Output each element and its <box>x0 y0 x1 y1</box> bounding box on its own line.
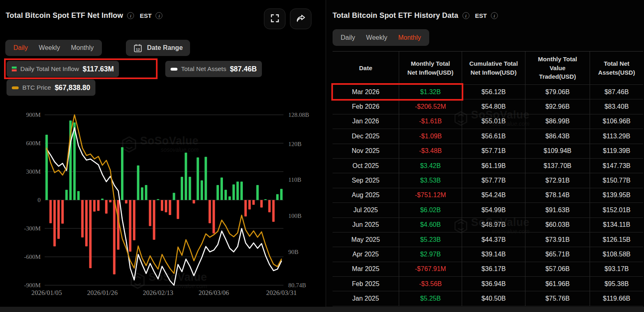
left-panel-header: Total Bitcoin Spot ETF Net Inflow i EST … <box>6 11 162 20</box>
cumulative-inflow-cell: $56.12B <box>462 85 525 99</box>
svg-text:80.74B: 80.74B <box>288 282 306 288</box>
fullscreen-button[interactable] <box>264 9 285 29</box>
legend-value: $87.46B <box>230 65 257 73</box>
tab-daily[interactable]: Daily <box>341 34 355 41</box>
table-row: Sep 2025$3.53B$57.77B$72.91B$150.77B <box>333 173 643 187</box>
info-icon[interactable]: i <box>462 12 469 19</box>
gold-dash-icon <box>12 86 19 89</box>
svg-text:2026/01/05: 2026/01/05 <box>31 289 62 297</box>
tab-monthly[interactable]: Monthly <box>71 44 94 52</box>
value-traded-cell: $91.63B <box>525 203 590 217</box>
monthly-inflow-cell: $3.42B <box>399 159 462 173</box>
table-header-row: DateMonthly TotalNet Inflow(USD)Cumulati… <box>333 52 643 84</box>
svg-text:-600M: -600M <box>24 254 41 260</box>
net-assets-cell: $93.17B <box>590 262 643 276</box>
date-range-button[interactable]: 12 Date Range <box>126 40 190 56</box>
date-cell: Mar 2026 <box>333 85 399 99</box>
cumulative-inflow-cell: $57.77B <box>462 173 525 187</box>
page-title: Total Bitcoin Spot ETF Net Inflow <box>6 11 123 20</box>
svg-text:900M: 900M <box>26 112 41 118</box>
svg-text:128.08B: 128.08B <box>288 112 309 118</box>
svg-text:2026/03/31: 2026/03/31 <box>266 289 297 297</box>
horizontal-scrollbar-track[interactable] <box>0 307 644 312</box>
table-row: Jan 2025$5.25B$40.50B$75.76B$119.66B <box>333 291 643 306</box>
info-icon[interactable]: i <box>156 12 162 19</box>
net-inflow-chart[interactable]: SoSoValuesosovalue.com SoSoValuesosovalu… <box>4 106 321 300</box>
legend-value: $67,838.80 <box>55 84 91 92</box>
date-cell: Oct 2025 <box>333 159 399 173</box>
monthly-inflow-cell: -$751.12M <box>399 188 462 202</box>
date-cell: Aug 2025 <box>333 188 399 202</box>
tab-monthly[interactable]: Monthly <box>398 34 421 41</box>
legend-daily-net-inflow[interactable]: Daily Total Net Inflow $117.63M <box>6 61 119 77</box>
value-traded-cell: $137.70B <box>525 159 590 173</box>
net-assets-cell: $108.58B <box>590 247 643 261</box>
monthly-inflow-cell: -$3.48B <box>399 144 462 158</box>
cumulative-inflow-cell: $39.14B <box>462 247 525 261</box>
net-assets-cell: $152.01B <box>590 203 643 217</box>
legend-btc-price[interactable]: BTC Price $67,838.80 <box>6 80 95 96</box>
svg-text:-300M: -300M <box>24 225 41 232</box>
monthly-inflow-cell: $1.32B <box>399 85 462 99</box>
tab-weekly[interactable]: Weekly <box>39 44 60 52</box>
chart-canvas: 900M600M300M0-300M-600M-900M128.08B120B1… <box>4 106 321 300</box>
net-assets-cell: $139.95B <box>590 188 643 202</box>
date-cell: Jul 2025 <box>333 203 399 217</box>
chart-period-tabs: Daily Weekly Monthly <box>5 40 102 56</box>
column-header: Monthly TotalValueTraded(USD) <box>525 52 590 84</box>
date-cell: Jun 2025 <box>333 218 399 232</box>
cumulative-inflow-cell: $48.97B <box>462 218 525 232</box>
date-cell: Mar 2025 <box>333 262 399 276</box>
table-row: Mar 2025-$767.91M$36.17B$57.06B$93.17B <box>333 262 643 276</box>
legend-value: $117.63M <box>82 65 114 73</box>
value-traded-cell: $86.99B <box>525 114 590 129</box>
net-assets-cell: $87.46B <box>590 85 643 99</box>
monthly-inflow-cell: $4.60B <box>399 218 462 232</box>
history-data-panel: Total Bitcoin Spot ETF History Data i ES… <box>326 0 644 307</box>
svg-text:120B: 120B <box>288 141 302 147</box>
info-icon[interactable]: i <box>127 12 134 19</box>
svg-text:-900M: -900M <box>24 282 41 288</box>
app-root: Total Bitcoin Spot ETF Net Inflow i EST … <box>0 0 644 312</box>
value-traded-cell: $73.91B <box>525 232 590 247</box>
monthly-inflow-cell: -$767.91M <box>399 262 462 276</box>
tab-daily[interactable]: Daily <box>13 44 28 52</box>
table-row: Dec 2025-$1.09B$56.61B$86.43B$113.29B <box>333 129 643 143</box>
share-button[interactable] <box>290 9 311 29</box>
net-assets-cell: $134.11B <box>590 218 643 232</box>
info-icon[interactable]: i <box>491 12 498 19</box>
cumulative-inflow-cell: $36.17B <box>462 262 525 276</box>
date-cell: Jan 2026 <box>333 114 399 129</box>
legend-total-net-assets[interactable]: Total Net Assets $87.46B <box>165 61 262 77</box>
svg-text:300M: 300M <box>26 168 41 175</box>
value-traded-cell: $109.94B <box>525 144 590 158</box>
table-row: Jul 2025$6.02B$54.99B$91.63B$152.01B <box>333 202 643 217</box>
table-row: Apr 2025$2.97B$39.14B$65.71B$108.58B <box>333 247 643 261</box>
net-assets-cell: $95.38B <box>590 277 643 291</box>
monthly-inflow-cell: -$206.52M <box>399 99 462 114</box>
value-traded-cell: $60.03B <box>525 218 590 232</box>
svg-text:2026/03/06: 2026/03/06 <box>199 289 229 297</box>
table-row: Nov 2025-$3.48B$57.71B$109.94B$119.39B <box>333 144 643 158</box>
net-assets-cell: $119.66B <box>590 291 643 306</box>
tab-weekly[interactable]: Weekly <box>366 34 387 41</box>
history-table: DateMonthly TotalNet Inflow(USD)Cumulati… <box>333 51 643 306</box>
svg-text:12: 12 <box>136 47 140 51</box>
value-traded-cell: $61.96B <box>525 277 590 291</box>
net-assets-cell: $150.77B <box>590 173 643 187</box>
cumulative-inflow-cell: $54.80B <box>462 99 525 114</box>
date-cell: May 2025 <box>333 232 399 247</box>
column-header: Monthly TotalNet Inflow(USD) <box>399 52 462 84</box>
table-row: Mar 2026$1.32B$56.12B$79.06B$87.46B <box>333 84 643 99</box>
cumulative-inflow-cell: $40.50B <box>462 291 525 306</box>
date-cell: Nov 2025 <box>333 144 399 158</box>
cumulative-inflow-cell: $36.94B <box>462 277 525 291</box>
table-row: Feb 2025-$3.56B$36.94B$61.96B$95.38B <box>333 276 643 291</box>
cumulative-inflow-cell: $61.19B <box>462 159 525 173</box>
date-range-label: Date Range <box>147 44 183 52</box>
value-traded-cell: $57.06B <box>525 262 590 276</box>
column-header: Cumulative TotalNet Inflow(USD) <box>462 52 525 84</box>
table-row: Oct 2025$3.42B$61.19B$137.70B$147.73B <box>333 158 643 173</box>
legend-label: Daily Total Net Inflow <box>20 65 79 73</box>
monthly-inflow-cell: $6.02B <box>399 203 462 217</box>
